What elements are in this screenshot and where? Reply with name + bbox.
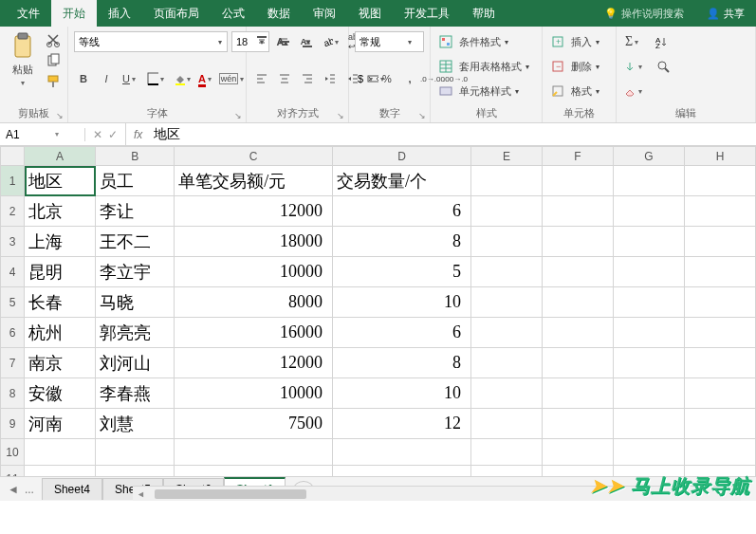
cell[interactable]: 12000 (175, 348, 333, 378)
cell[interactable]: 8000 (175, 287, 333, 318)
fill-icon[interactable] (622, 57, 643, 76)
align-top-icon[interactable] (252, 32, 271, 51)
cell[interactable] (542, 257, 613, 287)
row-header-6[interactable]: 6 (1, 318, 25, 348)
tab-page-layout[interactable]: 页面布局 (142, 0, 211, 27)
enter-formula-icon[interactable]: ✓ (108, 128, 118, 141)
cell[interactable]: 6 (333, 196, 471, 227)
cell[interactable]: 北京 (25, 196, 96, 227)
cell[interactable]: 李春燕 (96, 378, 175, 409)
cell[interactable]: 上海 (25, 227, 96, 257)
cell[interactable] (542, 227, 613, 257)
cell[interactable] (25, 439, 96, 466)
decrease-indent-icon[interactable] (321, 69, 340, 88)
cell[interactable]: 郭亮亮 (96, 318, 175, 348)
align-right-icon[interactable] (298, 69, 317, 88)
tab-help[interactable]: 帮助 (461, 0, 507, 27)
bold-icon[interactable]: B (74, 69, 93, 88)
row-header-10[interactable]: 10 (1, 439, 25, 466)
cell[interactable] (470, 378, 542, 409)
select-all-corner[interactable] (1, 147, 25, 166)
horizontal-scrollbar[interactable]: ◄ (133, 486, 741, 501)
font-name-combo[interactable]: ▾ (74, 31, 228, 52)
cell[interactable]: 5 (333, 257, 471, 287)
sheet-nav-prev-icon[interactable]: ◄ (8, 483, 19, 496)
cell-D1[interactable]: 交易数量/个 (333, 166, 471, 196)
cell[interactable]: 8 (333, 227, 471, 257)
cell[interactable] (613, 287, 684, 318)
cell[interactable]: 马晓 (96, 287, 175, 318)
cell[interactable]: 8 (333, 348, 471, 378)
row-header-9[interactable]: 9 (1, 409, 25, 439)
align-center-icon[interactable] (275, 69, 294, 88)
cell-A1[interactable]: 地区 (25, 166, 96, 196)
align-middle-icon[interactable] (275, 32, 294, 51)
cell[interactable]: 河南 (25, 409, 96, 439)
tab-file[interactable]: 文件 (6, 0, 51, 27)
cell[interactable] (542, 166, 613, 196)
cell[interactable]: 10 (333, 378, 471, 409)
cell[interactable]: 10000 (175, 378, 333, 409)
name-box-dropdown-icon[interactable]: ▾ (55, 130, 59, 138)
cell[interactable] (470, 227, 542, 257)
cell[interactable] (684, 257, 755, 287)
font-launcher-icon[interactable]: ↘ (234, 111, 242, 120)
cell[interactable] (470, 166, 542, 196)
cell-C1[interactable]: 单笔交易额/元 (175, 166, 333, 196)
cancel-formula-icon[interactable]: ✕ (93, 128, 102, 141)
clipboard-launcher-icon[interactable]: ↘ (56, 111, 64, 120)
format-painter-icon[interactable] (44, 72, 63, 91)
scrollbar-thumb[interactable] (155, 489, 306, 499)
cell[interactable] (684, 378, 755, 409)
cell[interactable] (613, 409, 684, 439)
cell[interactable] (613, 348, 684, 378)
cell[interactable] (542, 439, 613, 466)
col-header-H[interactable]: H (684, 147, 755, 166)
row-header-7[interactable]: 7 (1, 348, 25, 378)
fx-icon[interactable]: fx (126, 128, 150, 141)
cell[interactable] (613, 196, 684, 227)
cell[interactable] (470, 196, 542, 227)
font-color-icon[interactable]: A (195, 69, 214, 88)
cell[interactable] (684, 348, 755, 378)
cell[interactable]: 6 (333, 318, 471, 348)
cell[interactable] (333, 439, 471, 466)
cell[interactable]: 10 (333, 287, 471, 318)
cell[interactable] (684, 166, 755, 196)
cell[interactable] (542, 318, 613, 348)
cell[interactable]: 12 (333, 409, 471, 439)
tab-formulas[interactable]: 公式 (211, 0, 256, 27)
conditional-format-button[interactable]: 条件格式▾ (436, 30, 536, 53)
name-box[interactable]: ▾ (0, 128, 85, 141)
number-launcher-icon[interactable]: ↘ (418, 111, 426, 120)
comma-icon[interactable]: , (400, 69, 419, 88)
cell[interactable]: 10000 (175, 257, 333, 287)
cell[interactable] (684, 227, 755, 257)
row-header-2[interactable]: 2 (1, 196, 25, 227)
sheet-nav-list-button[interactable]: ... (25, 483, 34, 496)
formula-input[interactable] (150, 127, 756, 142)
cell[interactable] (684, 439, 755, 466)
format-cells-button[interactable]: 格式▾ (548, 80, 610, 102)
row-header-4[interactable]: 4 (1, 257, 25, 287)
cell[interactable] (613, 378, 684, 409)
cell[interactable]: 王不二 (96, 227, 175, 257)
cell-styles-button[interactable]: 单元格样式▾ (436, 80, 536, 102)
cell[interactable]: 李让 (96, 196, 175, 227)
accounting-format-icon[interactable]: $ (355, 69, 374, 88)
delete-cells-button[interactable]: −删除▾ (548, 55, 610, 78)
cell[interactable] (542, 378, 613, 409)
col-header-F[interactable]: F (542, 147, 613, 166)
cell[interactable]: 18000 (175, 227, 333, 257)
fill-color-icon[interactable] (173, 69, 192, 88)
cell[interactable]: 7500 (175, 409, 333, 439)
cell[interactable] (613, 227, 684, 257)
underline-icon[interactable]: U (120, 69, 138, 88)
format-as-table-button[interactable]: 套用表格格式▾ (436, 55, 536, 78)
autosum-icon[interactable]: Σ (622, 32, 641, 51)
cell[interactable] (684, 318, 755, 348)
cell[interactable] (542, 196, 613, 227)
tab-view[interactable]: 视图 (347, 0, 393, 27)
col-header-A[interactable]: A (25, 147, 96, 166)
cell[interactable] (542, 348, 613, 378)
